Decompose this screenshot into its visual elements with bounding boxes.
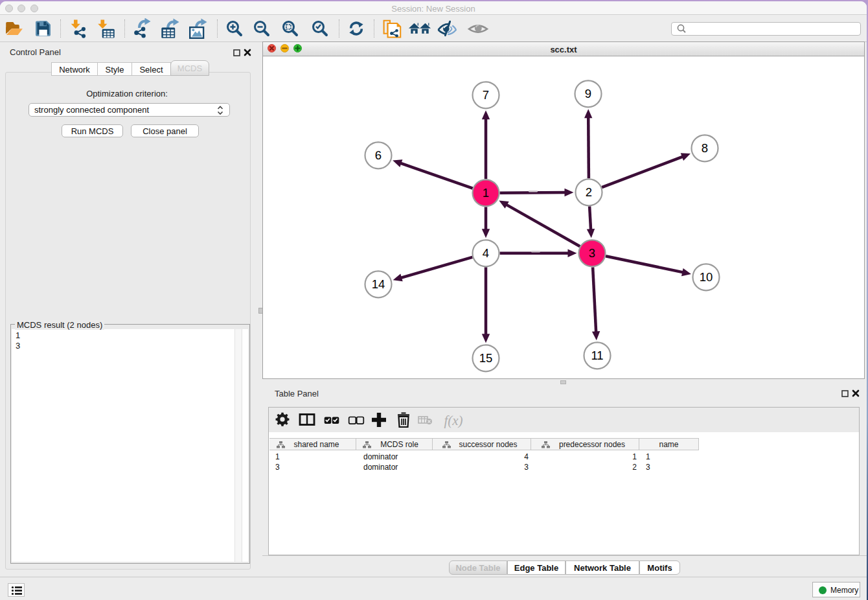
svg-text:f(x): f(x) — [444, 413, 463, 428]
svg-text:15: 15 — [479, 351, 493, 365]
svg-text:11: 11 — [591, 349, 603, 362]
svg-text:2: 2 — [586, 185, 592, 199]
svg-text:7: 7 — [483, 88, 489, 102]
svg-text:10: 10 — [700, 270, 713, 284]
svg-text:4: 4 — [483, 246, 489, 260]
svg-text:8: 8 — [702, 141, 708, 155]
svg-text:3: 3 — [589, 246, 595, 260]
svg-text:14: 14 — [372, 277, 385, 291]
svg-text:9: 9 — [585, 87, 591, 100]
svg-text:1: 1 — [483, 186, 489, 200]
svg-text:6: 6 — [375, 148, 382, 162]
